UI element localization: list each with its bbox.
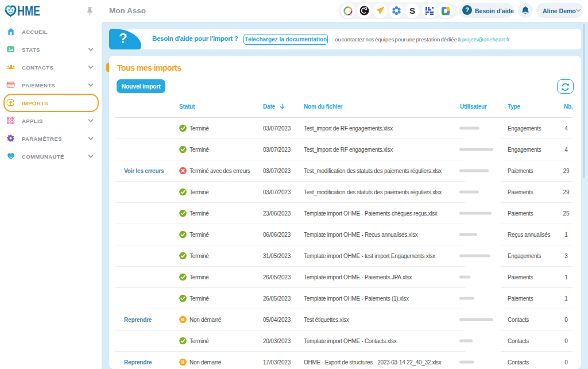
svg-text:HME: HME [17, 3, 40, 18]
svg-text:S: S [409, 6, 415, 16]
